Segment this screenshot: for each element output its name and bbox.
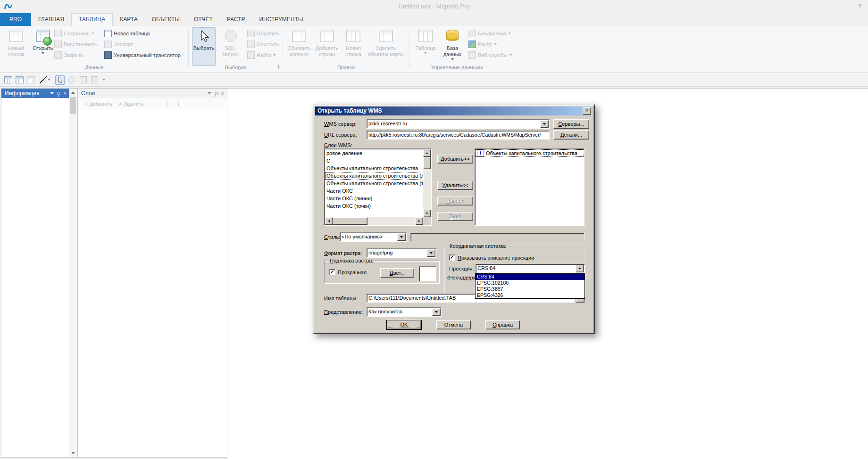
scroll-down-icon[interactable] [71,452,75,454]
combo-drop-button[interactable] [427,249,435,257]
help-button[interactable]: Справка [485,320,520,329]
sql-query-button[interactable]: SQL-запрос [217,27,245,66]
scrollbar-thumb[interactable] [423,157,431,169]
chevron-down-icon[interactable] [208,92,211,94]
details-button[interactable]: Детали... [553,130,589,139]
projection-dropdown-list[interactable]: CRS:84 EPSG:102100 EPSG:3857 EPSG:4326 [475,273,585,299]
pin-icon[interactable] [215,92,218,95]
new-table-tool-icon[interactable] [4,75,12,84]
select-tool-button[interactable]: Выбрать [192,27,216,66]
open-table-button[interactable]: Открыть [30,27,56,66]
open-table-tool-icon[interactable] [15,75,24,84]
scroll-right-button[interactable] [416,217,423,225]
projection-option[interactable]: EPSG:4326 [476,292,584,298]
universal-translator-button[interactable]: Универсальный транслятор [103,50,182,60]
transparent-checkbox-label[interactable]: Прозрачная [338,270,367,275]
find-button[interactable]: Найти [246,50,283,60]
pin-icon[interactable] [57,92,60,95]
tab-objects[interactable]: ОБЪЕКТЫ [145,13,187,26]
dialog-close-button[interactable]: × [583,107,591,115]
append-rows-button[interactable]: Добавить строки [314,27,340,66]
close-icon[interactable]: × [221,91,224,96]
info-tool-icon[interactable] [67,75,75,84]
style-combobox[interactable]: <По умолчанию> [340,232,407,242]
line-style-tool-icon[interactable] [39,75,47,84]
invert-selection-button[interactable]: Обратить [246,28,283,38]
raster-format-combobox[interactable]: image/png [367,248,436,258]
selected-layer-item[interactable]: i Объекты капитального строительства [476,149,584,157]
info-panel-scrollbar[interactable] [69,89,77,457]
combo-drop-button[interactable] [576,265,584,272]
new-table-button[interactable]: Новая таблица [103,28,151,38]
dialog-title-bar[interactable]: Открыть таблицу WMS [315,107,593,115]
combo-drop-button[interactable] [397,233,406,241]
scrollbar-thumb[interactable] [70,97,76,114]
chevron-down-icon[interactable] [50,92,54,94]
vertical-scrollbar[interactable] [423,149,431,217]
raster-button[interactable]: Растр [467,39,506,49]
tab-map[interactable]: КАРТА [113,13,144,26]
wms-layer-item[interactable]: Части ОКС (линии) [325,195,423,202]
projection-combobox[interactable]: CRS:84 [476,264,585,273]
clear-selection-button[interactable]: Очистить [246,39,283,49]
layers-panel-header[interactable]: Слои × [78,89,227,98]
label-tool-icon[interactable] [79,75,87,84]
server-url-field[interactable]: http://pkk5.rosreestr.ru:80/arcgis/servi… [367,131,550,139]
help-button[interactable]: ? [858,0,861,13]
ok-button[interactable]: OK [387,320,421,329]
layer-move-down-button[interactable]: ↓ [177,100,180,107]
tab-raster[interactable]: РАСТР [220,13,252,26]
delete-map-objects-button[interactable]: Удалить объекты карты [367,27,405,66]
tab-tools[interactable]: ИНСТРУМЕНТЫ [252,13,310,26]
tab-table[interactable]: ТАБЛИЦА [71,13,113,26]
library-button[interactable]: Библиотека [467,28,506,38]
combo-drop-button[interactable] [432,308,441,316]
wms-layers-listbox[interactable]: ровое деление С Объекты капитального стр… [324,148,432,226]
wms-server-combobox[interactable]: pkk5.rosreestr.ru [367,119,550,129]
transparent-checkbox[interactable]: ✓ [329,269,335,275]
horizontal-scrollbar[interactable] [325,217,423,225]
wms-layer-item[interactable]: С [325,157,423,164]
layer-add-button[interactable]: + Добавить [84,101,112,107]
servers-button[interactable]: Серверы... [553,119,589,129]
wms-layer-item[interactable]: Объекты капитального строительства [325,164,423,172]
update-column-button[interactable]: Обновить колонку [285,27,313,66]
select-tool-active-icon[interactable] [55,75,65,85]
selected-layers-listbox[interactable]: i Объекты капитального строительства [475,148,584,226]
wms-layer-item[interactable]: ровое деление [325,149,423,157]
export-button[interactable]: Экспорт [103,39,134,49]
color-button[interactable]: Цвет... [380,268,414,278]
line-style-dropdown-icon[interactable] [47,75,51,84]
scroll-up-button[interactable] [423,149,431,157]
new-row-button[interactable]: Новая строка [341,27,366,66]
view-combobox[interactable]: Как получится [367,307,442,317]
info-panel-header[interactable]: Информация × [1,89,69,98]
show-projection-checkbox[interactable]: ✓ [449,254,455,261]
cancel-button[interactable]: Отмена [436,320,471,329]
projection-option[interactable]: EPSG:102100 [476,280,584,286]
ruler-tool-icon[interactable] [90,75,99,84]
web-services-button[interactable]: Веб-службы [467,50,506,60]
tab-report[interactable]: ОТЧЁТ [187,13,220,26]
wms-layer-item[interactable]: Части ОКС [325,187,423,195]
wms-layer-item[interactable]: Части ОКС (точки) [325,202,423,210]
layer-move-up-button[interactable]: ↑ [167,100,170,107]
tab-pro[interactable]: PRO [0,13,31,26]
scroll-up-icon[interactable] [71,91,75,94]
table-menu-button[interactable]: Таблица [413,27,438,66]
tab-home[interactable]: ГЛАВНАЯ [31,13,71,26]
add-layer-button[interactable]: Добавить>> [437,155,473,164]
show-projection-checkbox-label[interactable]: Показывать описание проекции [458,255,534,261]
projection-option[interactable]: CRS:84 [476,274,584,280]
move-down-button[interactable]: Вниз [437,212,473,221]
projection-option[interactable]: EPSG:3857 [476,286,584,292]
remove-layer-button[interactable]: Удалить<< [437,181,473,190]
wms-layer-item[interactable]: Объекты капитального строительства (то [325,180,423,187]
close-icon[interactable]: × [64,91,67,96]
scroll-down-button[interactable] [423,210,431,217]
wms-layer-item[interactable]: Объекты капитального строительства (л [325,172,423,180]
save-tool-icon[interactable] [26,75,35,84]
scroll-left-button[interactable] [325,217,333,225]
scrollbar-thumb[interactable] [333,217,367,225]
layer-remove-button[interactable]: × Удалить [119,101,143,107]
